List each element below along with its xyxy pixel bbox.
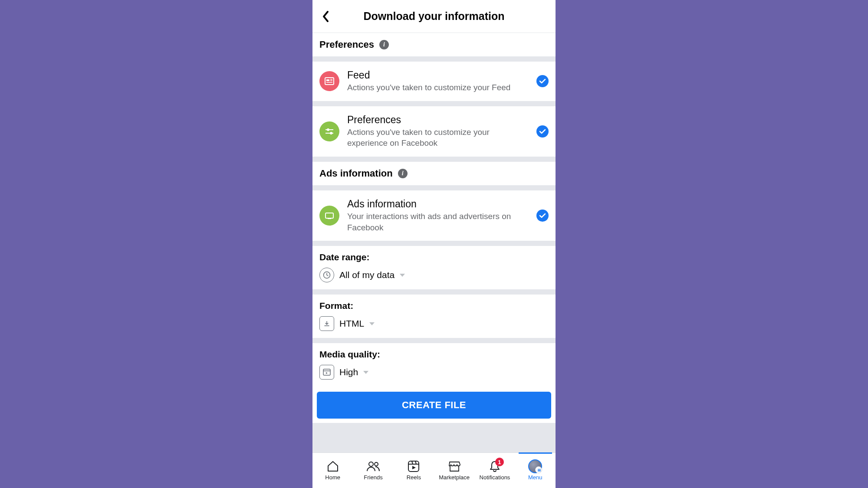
list-item-ads[interactable]: Ads information Your interactions with a… [312,190,556,241]
option-label: Date range: [319,252,549,262]
svg-point-6 [327,128,329,131]
menu-avatar-icon [528,460,542,472]
home-icon [326,460,340,472]
notification-badge: 1 [495,458,504,466]
list-item-preferences[interactable]: Preferences Actions you've taken to cust… [312,106,556,157]
bottom-tab-bar: Home Friends Reels Marketplace 1 Not [312,452,556,488]
media-icon [319,365,334,380]
chevron-down-icon [400,274,405,277]
section-header-ads: Ads information i [312,162,556,185]
download-file-icon [319,316,334,331]
avatar [528,459,542,473]
svg-point-14 [369,462,373,466]
header-bar: Download your information [312,0,556,33]
tab-label: Home [325,474,340,481]
reels-icon [406,460,421,472]
option-value: High [339,367,358,377]
chevron-down-icon [363,371,368,374]
option-value: HTML [339,318,364,329]
check-icon [539,213,546,218]
chevron-down-icon [369,322,375,325]
item-title: Preferences [347,114,529,126]
tab-label: Reels [407,474,421,481]
tab-label: Notifications [480,474,510,481]
tab-home[interactable]: Home [312,453,353,488]
option-media-quality: Media quality: High [312,343,556,386]
checkbox-checked[interactable] [536,125,549,138]
option-label: Format: [319,301,549,311]
list-item-feed[interactable]: Feed Actions you've taken to customize y… [312,62,556,101]
ads-icon [319,206,339,226]
option-label: Media quality: [319,349,549,360]
date-range-selector[interactable]: All of my data [319,268,549,282]
chevron-left-icon [322,10,329,23]
option-value: All of my data [339,270,395,280]
option-date-range: Date range: All of my data [312,246,556,289]
svg-rect-16 [408,461,419,472]
tab-friends[interactable]: Friends [353,453,393,488]
svg-point-8 [330,132,332,134]
checkbox-checked[interactable] [536,210,549,222]
item-subtitle: Actions you've taken to customize your e… [347,127,529,149]
item-title: Ads information [347,198,529,210]
check-icon [539,79,546,84]
tab-label: Menu [528,474,542,481]
svg-rect-9 [326,213,333,218]
svg-rect-1 [326,79,329,81]
tab-marketplace[interactable]: Marketplace [434,453,474,488]
preferences-icon [319,121,339,141]
section-title: Preferences [319,39,374,50]
tab-menu[interactable]: Menu [515,453,556,488]
check-icon [539,129,546,134]
media-quality-selector[interactable]: High [319,365,549,380]
info-icon[interactable]: i [379,40,389,49]
svg-rect-12 [323,369,330,375]
item-subtitle: Actions you've taken to customize your F… [347,82,529,93]
marketplace-icon [447,460,462,472]
friends-icon [366,460,381,472]
item-title: Feed [347,69,529,81]
svg-line-18 [412,461,413,464]
back-button[interactable] [312,0,339,33]
content-area: Preferences i Feed Actions you've taken … [312,33,556,452]
section-title: Ads information [319,168,393,179]
create-file-button[interactable]: CREATE FILE [317,392,551,419]
feed-icon [319,71,339,91]
item-subtitle: Your interactions with ads and advertise… [347,211,529,233]
format-selector[interactable]: HTML [319,316,549,331]
tab-reels[interactable]: Reels [394,453,434,488]
app-screen: Download your information Preferences i … [312,0,556,488]
section-header-preferences: Preferences i [312,33,556,56]
tab-notifications[interactable]: 1 Notifications [474,453,515,488]
info-icon[interactable]: i [398,169,408,178]
tab-label: Marketplace [439,474,470,481]
bell-icon: 1 [487,460,502,472]
checkbox-checked[interactable] [536,75,549,87]
cta-container: CREATE FILE [312,386,556,423]
clock-icon [319,268,334,282]
tab-label: Friends [364,474,382,481]
svg-point-15 [375,462,378,466]
option-format: Format: HTML [312,295,556,338]
svg-line-19 [415,461,416,464]
page-title: Download your information [312,10,556,23]
